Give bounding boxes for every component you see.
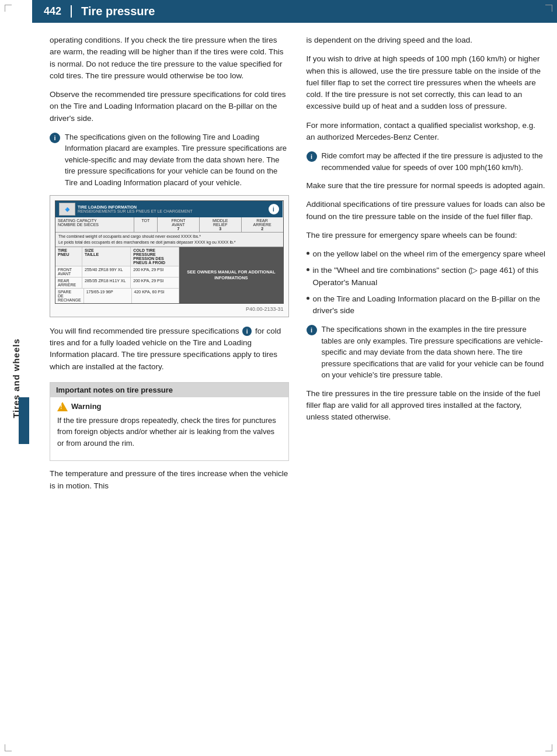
- important-notes-box: Important notes on tire pressure Warning…: [50, 382, 289, 462]
- tire-table-header-left: TIRE LOADING INFORMATION: [78, 205, 193, 209]
- row1-size: 255/40 ZR18 99Y XL: [82, 266, 131, 277]
- page-title: Tire pressure: [81, 5, 155, 18]
- bullet-item-2: in the "Wheel and tire combinations" sec…: [307, 265, 546, 289]
- warning-title: Warning: [57, 402, 281, 411]
- bullet-dot-2: [307, 268, 309, 271]
- row3-size: 175/65-19 96P: [84, 289, 132, 303]
- row1-tire: FRONTAVANT: [55, 266, 82, 277]
- seating-cap-label-fr: NOMBRE DE SIÈCES: [58, 223, 131, 227]
- right-column: is dependent on the driving speed and th…: [307, 34, 546, 499]
- bullet-list: on the yellow label on the wheel rim of …: [307, 248, 546, 317]
- corner-mark-br: [545, 744, 552, 751]
- right-para6: The tire pressure for emergency spare wh…: [307, 230, 546, 241]
- row2-size: 285/35 ZR18 H11Y XL: [82, 278, 131, 288]
- left-column: operating conditions. If you check the t…: [50, 34, 289, 499]
- important-notes-header: Important notes on tire pressure: [50, 383, 288, 397]
- col-pressure-header: COLD TIRE PRESSUREPRESSION DES PNEUS À F…: [131, 247, 179, 266]
- row2-pressure: 200 KPA, 29 PSI: [131, 278, 179, 288]
- middle-val: 3: [202, 227, 239, 231]
- info-icon-inline: i: [242, 327, 252, 336]
- tire-table: 🔷 TIRE LOADING INFORMATION RENSEIGNEMENT…: [55, 200, 284, 304]
- info-note-3: i The specifications shown in the exampl…: [307, 324, 546, 381]
- left-para1: operating conditions. If you check the t…: [50, 34, 289, 82]
- col-tire-header: TIREPNEU: [55, 247, 82, 266]
- bullet-item-1: on the yellow label on the wheel rim of …: [307, 248, 546, 260]
- sidebar-blue-bar: [19, 397, 29, 444]
- bullet-dot-1: [307, 252, 309, 255]
- tire-table-header-left-fr: RENSEIGNEMENTS SUR LES PNEUS ET LE CHARG…: [78, 209, 193, 213]
- left-para4: The temperature and pressure of the tire…: [50, 468, 289, 492]
- combined-note: The combined weight of occupants and car…: [58, 234, 280, 240]
- front-label-fr: AVANT: [160, 223, 197, 227]
- right-para7: The tire pressures in the tire pressure …: [307, 388, 546, 424]
- left-para2: Observe the recommended tire pressure sp…: [50, 89, 289, 124]
- combined-note-fr: Le poids total des occupants et des marc…: [58, 240, 280, 245]
- row2-tire: REARARRIÈRE: [55, 278, 82, 288]
- header-bar: 442 Tire pressure: [32, 0, 557, 23]
- info-icon-1: i: [50, 133, 60, 143]
- page-number: 442: [44, 5, 72, 18]
- corner-mark-tr: [545, 5, 552, 12]
- middle-label-fr: RELIÈF: [202, 223, 239, 227]
- bullet-text-1: on the yellow label on the wheel rim of …: [313, 248, 545, 260]
- right-para2: If you wish to drive at high speeds of 1…: [307, 53, 546, 112]
- info-icon-2: i: [307, 151, 317, 162]
- front-label: FRONT: [160, 219, 197, 223]
- info-icon-3: i: [307, 325, 317, 335]
- total-label: TOT: [137, 219, 155, 223]
- info-note-1-text: The specifications given on the followin…: [65, 131, 289, 189]
- info-note-1: i The specifications given on the follow…: [50, 131, 289, 189]
- right-para4: Make sure that the tire pressure for nor…: [307, 180, 546, 192]
- row3-pressure: 420 KPA, 60 PSI: [132, 289, 179, 303]
- bullet-text-3: on the Tire and Loading Information plac…: [313, 293, 546, 317]
- row1-pressure: 200 KPA, 29 PSI: [131, 266, 179, 277]
- rear-val: 2: [244, 227, 281, 231]
- right-para1: is dependent on the driving speed and th…: [307, 34, 546, 46]
- see-owners: SEE OWNERS MANUAL FOR ADDITIONAL INFORMA…: [182, 269, 280, 281]
- tire-table-container: 🔷 TIRE LOADING INFORMATION RENSEIGNEMENT…: [50, 195, 289, 317]
- figure-caption: P40.00-2133-31: [55, 306, 284, 312]
- info-note-3-text: The specifications shown in the examples…: [322, 324, 546, 381]
- main-content: operating conditions. If you check the t…: [32, 23, 557, 511]
- front-val: 7: [160, 227, 197, 231]
- info-note-2-text: Ride comfort may be affected if the tire…: [322, 150, 546, 173]
- row3-tire: SPAREDE RECHANGE: [55, 289, 84, 303]
- right-para3: For more information, contact a qualifie…: [307, 120, 546, 144]
- warning-section: Warning If the tire pressure drops repea…: [50, 397, 288, 461]
- warning-triangle-icon: [57, 402, 68, 411]
- bullet-dot-3: [307, 297, 309, 300]
- bullet-text-2: in the "Wheel and tire combinations" sec…: [313, 265, 546, 289]
- table-info-icon: i: [269, 204, 279, 214]
- info-note-2: i Ride comfort may be affected if the ti…: [307, 150, 546, 173]
- col-size-header: SIZETAILLE: [82, 247, 131, 266]
- rear-label-fr: ARRIÈRE: [244, 223, 281, 227]
- left-para3: You will find recommended tire pressure …: [50, 325, 289, 373]
- bullet-item-3: on the Tire and Loading Information plac…: [307, 293, 546, 317]
- warning-text: If the tire pressure drops repeatedly, c…: [57, 415, 281, 449]
- right-para5: Additional specifications of tire pressu…: [307, 199, 546, 223]
